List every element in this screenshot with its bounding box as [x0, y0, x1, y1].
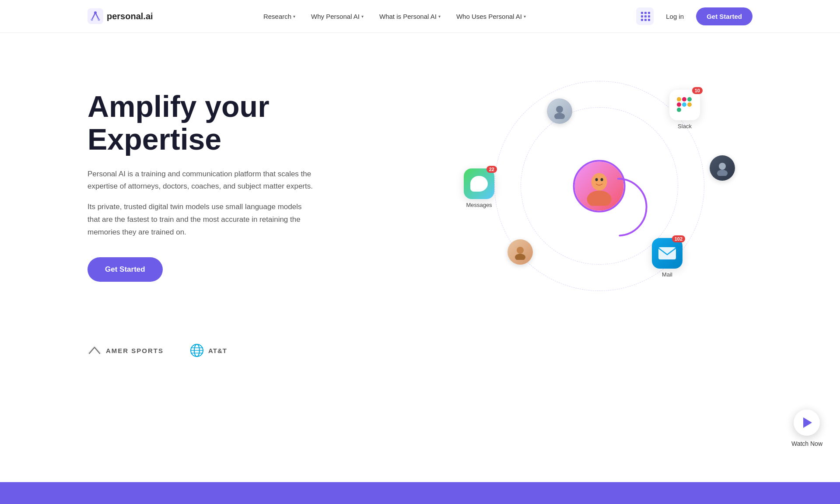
hero-get-started-button[interactable]: Get Started: [88, 257, 163, 282]
nav-what[interactable]: What is Personal AI ▾: [373, 9, 447, 24]
avatar-bot: [508, 239, 533, 265]
svg-rect-0: [88, 8, 103, 24]
svg-point-9: [590, 179, 647, 236]
messages-badge: 22: [486, 166, 497, 173]
messages-bubble-icon: [470, 176, 488, 192]
hero-content: Amplify your Expertise Personal AI is a …: [88, 90, 315, 282]
svg-rect-15: [687, 97, 692, 102]
svg-point-22: [517, 247, 524, 254]
orbit-container: Giana: [446, 77, 752, 295]
nav-get-started-button[interactable]: Get Started: [696, 7, 752, 25]
messages-label: Messages: [466, 202, 492, 208]
apps-grid-button[interactable]: [636, 7, 654, 25]
avatar-top: [547, 98, 572, 124]
amer-sports-label: AMER SPORTS: [106, 347, 164, 354]
hero-description-2: Its private, trusted digital twin models…: [88, 201, 315, 239]
watch-now-button[interactable]: [794, 410, 820, 436]
apps-grid-icon: [641, 12, 649, 21]
footer-bar: [0, 482, 840, 504]
messages-icon-wrap: 22: [464, 168, 494, 199]
mail-item: 102 Mail: [652, 238, 682, 278]
svg-point-20: [719, 163, 726, 170]
logo-text: personal.ai: [107, 11, 153, 21]
who-chevron-icon: ▾: [524, 14, 526, 19]
nav-research[interactable]: Research ▾: [257, 9, 301, 24]
svg-point-21: [717, 170, 728, 176]
svg-point-19: [554, 113, 565, 119]
nav-why[interactable]: Why Personal AI ▾: [305, 9, 370, 24]
center-avatar-group: Giana: [592, 181, 607, 191]
svg-rect-14: [682, 97, 686, 102]
svg-point-2: [91, 19, 93, 21]
svg-point-23: [515, 254, 525, 260]
svg-point-18: [556, 106, 563, 113]
messages-item: 22 Messages: [464, 168, 494, 208]
slack-badge: 10: [692, 87, 703, 94]
nav-right: Log in Get Started: [636, 7, 752, 25]
play-icon: [803, 417, 812, 428]
svg-rect-17: [658, 247, 676, 259]
watch-now-label: Watch Now: [791, 440, 822, 447]
research-chevron-icon: ▾: [293, 14, 295, 19]
amer-sports-logo: AMER SPORTS: [88, 346, 164, 355]
hero-visual: Giana: [446, 77, 752, 295]
avatar-top-image: [547, 98, 572, 124]
svg-point-3: [98, 19, 100, 21]
svg-rect-13: [682, 102, 686, 107]
logos-bar: AMER SPORTS AT&T: [0, 330, 840, 371]
what-chevron-icon: ▾: [438, 14, 441, 19]
svg-rect-12: [677, 108, 681, 112]
att-label: AT&T: [208, 347, 227, 354]
mail-label: Mail: [662, 271, 672, 278]
slack-icon: [669, 90, 700, 120]
mail-icon: [652, 238, 682, 269]
nav-who[interactable]: Who Uses Personal AI ▾: [450, 9, 532, 24]
slack-label: Slack: [678, 123, 692, 130]
slack-icon-wrap: 10: [669, 90, 700, 120]
hero-title: Amplify your Expertise: [88, 90, 315, 156]
why-chevron-icon: ▾: [361, 14, 364, 19]
svg-rect-11: [677, 97, 681, 102]
watch-now-container: Watch Now: [791, 410, 822, 447]
logo[interactable]: personal.ai: [88, 8, 153, 24]
nav-links: Research ▾ Why Personal AI ▾ What is Per…: [257, 9, 532, 24]
login-button[interactable]: Log in: [661, 9, 689, 24]
slack-item: 10 Slack: [669, 90, 700, 130]
messages-icon: [464, 168, 494, 199]
hero-section: Amplify your Expertise Personal AI is a …: [0, 33, 840, 330]
mail-icon-wrap: 102: [652, 238, 682, 269]
svg-point-1: [94, 11, 97, 14]
avatar-mid-image: [710, 155, 735, 181]
avatar-ring-arc: [588, 177, 649, 238]
svg-rect-16: [687, 102, 692, 107]
att-logo: AT&T: [190, 343, 227, 357]
avatar-mid: [710, 155, 735, 181]
svg-rect-10: [677, 102, 681, 107]
navbar: personal.ai Research ▾ Why Personal AI ▾…: [0, 0, 840, 33]
hero-description-1: Personal AI is a training and communicat…: [88, 168, 315, 193]
avatar-bot-image: [508, 239, 533, 265]
mail-badge: 102: [672, 235, 685, 242]
